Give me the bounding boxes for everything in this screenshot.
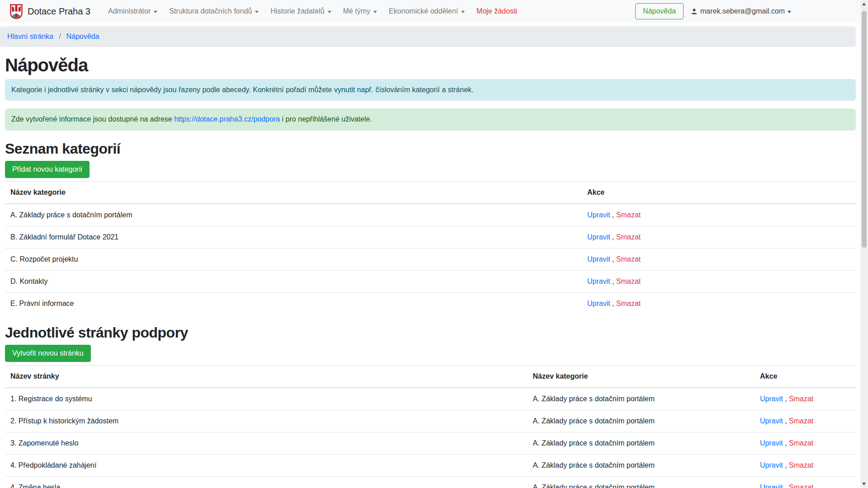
delete-link[interactable]: Smazat	[616, 255, 641, 263]
actions-separator: ,	[610, 233, 616, 241]
add-category-button[interactable]: Přidat novou kategorii	[5, 161, 90, 178]
breadcrumb-current-link[interactable]: Nápověda	[66, 33, 99, 41]
public-help-url-link[interactable]: https://dotace.praha3.cz/podpora	[174, 115, 280, 123]
breadcrumb: Hlavní stránka / Nápověda	[0, 26, 856, 47]
column-header: Akce	[755, 365, 856, 388]
nav-item-label: Administrátor	[108, 7, 151, 15]
edit-link[interactable]: Upravit	[587, 211, 610, 219]
chevron-down-icon	[328, 11, 331, 13]
user-icon	[691, 8, 698, 15]
edit-link[interactable]: Upravit	[587, 233, 610, 241]
actions-cell: Upravit , Smazat	[582, 204, 856, 226]
page-category-cell: A. Základy práce s dotačním portálem	[528, 388, 755, 410]
app-title: Dotace Praha 3	[28, 6, 90, 17]
pages-heading: Jednotlivé stránky podpory	[5, 324, 856, 341]
page-row: 3. Zapomenuté hesloA. Základy práce s do…	[5, 432, 856, 454]
delete-link[interactable]: Smazat	[616, 300, 641, 307]
success-alert: Zde vytvořené informace jsou dostupné na…	[5, 108, 856, 130]
pages-table: Název stránkyNázev kategorieAkce 1. Regi…	[5, 365, 856, 488]
nav-item[interactable]: Struktura dotačních fondů	[163, 4, 264, 19]
chevron-down-icon	[788, 11, 791, 13]
page-category-cell: A. Základy práce s dotačním portálem	[528, 476, 755, 488]
actions-separator: ,	[610, 211, 616, 219]
scroll-up-arrow-icon[interactable]	[862, 3, 866, 5]
category-row: E. Právní informaceUpravit , Smazat	[5, 292, 856, 314]
edit-link[interactable]: Upravit	[587, 277, 610, 285]
praha3-coat-of-arms-icon	[10, 4, 23, 19]
pages-table-header-row: Název stránkyNázev kategorieAkce	[5, 365, 856, 388]
category-row: A. Základy práce s dotačním portálemUpra…	[5, 204, 856, 226]
actions-cell: Upravit , Smazat	[755, 476, 856, 488]
column-header: Název kategorie	[528, 365, 755, 388]
nav-item[interactable]: Administrátor	[102, 4, 163, 19]
user-email: marek.sebera@gmail.com	[700, 7, 785, 15]
actions-cell: Upravit , Smazat	[755, 410, 856, 432]
actions-separator: ,	[783, 483, 789, 488]
category-name-cell: D. Kontakty	[5, 270, 582, 292]
column-header: Název kategorie	[5, 181, 582, 204]
user-menu[interactable]: marek.sebera@gmail.com	[691, 7, 791, 15]
categories-table-header-row: Název kategorieAkce	[5, 181, 856, 204]
delete-link[interactable]: Smazat	[616, 211, 641, 219]
brand[interactable]: Dotace Praha 3	[10, 4, 90, 19]
delete-link[interactable]: Smazat	[789, 395, 813, 403]
main-menu: AdministrátorStruktura dotačních fondůHi…	[102, 4, 523, 19]
actions-separator: ,	[610, 277, 616, 285]
category-name-cell: B. Základní formulář Dotace 2021	[5, 226, 582, 248]
actions-separator: ,	[783, 461, 789, 469]
nav-item-label: Historie žadatelů	[270, 7, 324, 15]
chevron-down-icon	[154, 11, 157, 13]
actions-cell: Upravit , Smazat	[582, 248, 856, 270]
actions-separator: ,	[783, 417, 789, 425]
nav-item[interactable]: Ekonomické oddělení	[383, 4, 471, 19]
nav-item[interactable]: Mé týmy	[337, 4, 383, 19]
scrollbar-thumb[interactable]	[862, 11, 867, 248]
page-title: Nápověda	[5, 55, 856, 75]
info-alert: Kategorie i jednotlivé stránky v sekci n…	[5, 79, 856, 101]
success-alert-suffix: i pro nepřihlášené uživatele.	[280, 115, 372, 123]
category-name-cell: E. Právní informace	[5, 292, 582, 314]
delete-link[interactable]: Smazat	[616, 233, 641, 241]
delete-link[interactable]: Smazat	[789, 483, 813, 488]
page-row: 4. Předpokládané zahájeníA. Základy prác…	[5, 454, 856, 476]
delete-link[interactable]: Smazat	[616, 277, 641, 285]
chevron-down-icon	[373, 11, 377, 13]
nav-item-label: Moje žádosti	[476, 7, 517, 15]
page-category-cell: A. Základy práce s dotačním portálem	[528, 410, 755, 432]
success-alert-prefix: Zde vytvořené informace jsou dostupné na…	[11, 115, 174, 123]
edit-link[interactable]: Upravit	[760, 417, 783, 425]
actions-cell: Upravit , Smazat	[755, 388, 856, 410]
info-alert-text: Kategorie i jednotlivé stránky v sekci n…	[11, 86, 473, 94]
actions-cell: Upravit , Smazat	[755, 454, 856, 476]
category-row: C. Rozpočet projektuUpravit , Smazat	[5, 248, 856, 270]
breadcrumb-home-link[interactable]: Hlavní stránka	[7, 33, 53, 41]
nav-item[interactable]: Historie žadatelů	[264, 4, 337, 19]
edit-link[interactable]: Upravit	[587, 300, 610, 307]
vertical-scrollbar[interactable]	[860, 0, 868, 488]
category-name-cell: A. Základy práce s dotačním portálem	[5, 204, 582, 226]
scroll-down-arrow-icon[interactable]	[862, 483, 866, 485]
create-page-button[interactable]: Vytvořit novou stránku	[5, 345, 91, 362]
breadcrumb-separator: /	[58, 33, 61, 41]
column-header: Akce	[582, 181, 856, 204]
page-name-cell: 2. Přístup k historickým žádostem	[5, 410, 528, 432]
actions-separator: ,	[610, 255, 616, 263]
help-button[interactable]: Nápověda	[635, 3, 684, 19]
delete-link[interactable]: Smazat	[789, 417, 813, 425]
edit-link[interactable]: Upravit	[760, 395, 783, 403]
nav-item[interactable]: Moje žádosti	[471, 4, 523, 19]
delete-link[interactable]: Smazat	[789, 439, 813, 447]
nav-item-label: Mé týmy	[343, 7, 370, 15]
category-name-cell: C. Rozpočet projektu	[5, 248, 582, 270]
edit-link[interactable]: Upravit	[760, 461, 783, 469]
page-name-cell: 1. Registrace do systému	[5, 388, 528, 410]
page-row: 2. Přístup k historickým žádostemA. Zákl…	[5, 410, 856, 432]
edit-link[interactable]: Upravit	[760, 439, 783, 447]
delete-link[interactable]: Smazat	[789, 461, 813, 469]
edit-link[interactable]: Upravit	[587, 255, 610, 263]
page-name-cell: 3. Zapomenuté heslo	[5, 432, 528, 454]
categories-table: Název kategorieAkce A. Základy práce s d…	[5, 181, 856, 314]
actions-cell: Upravit , Smazat	[755, 432, 856, 454]
edit-link[interactable]: Upravit	[760, 483, 783, 488]
page-row: 1. Registrace do systémuA. Základy práce…	[5, 388, 856, 410]
